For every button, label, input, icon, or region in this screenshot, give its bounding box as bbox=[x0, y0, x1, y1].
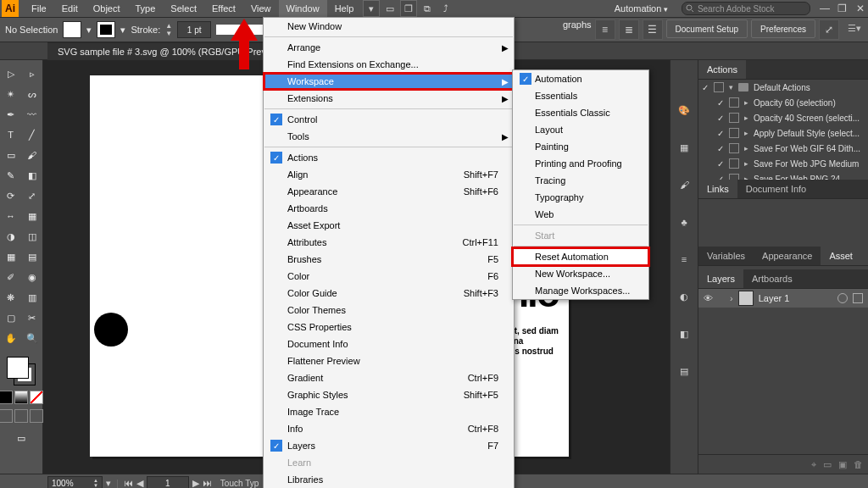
window-menu-item[interactable]: Graphic StylesShift+F5 bbox=[264, 386, 514, 403]
tab-document-info[interactable]: Document Info bbox=[737, 180, 815, 198]
draw-behind-icon[interactable] bbox=[14, 409, 28, 423]
workspace-item[interactable]: Essentials Classic bbox=[513, 104, 648, 121]
isolate-icon[interactable]: ⤢ bbox=[819, 19, 839, 40]
action-row[interactable]: ✓▸Opacity 60 (selection) bbox=[698, 95, 868, 110]
gradient-tool[interactable]: ▤ bbox=[22, 247, 42, 267]
tab-links[interactable]: Links bbox=[698, 180, 737, 198]
workspace-switcher[interactable]: Automation bbox=[608, 3, 675, 14]
new-layer-icon[interactable]: ▣ bbox=[838, 459, 847, 470]
action-row[interactable]: ✓▸Opacity 40 Screen (selecti... bbox=[698, 110, 868, 125]
lasso-tool[interactable]: ᔕ bbox=[22, 84, 42, 104]
window-menu-item[interactable]: ColorF6 bbox=[264, 268, 514, 285]
mesh-tool[interactable]: ▦ bbox=[1, 247, 21, 267]
window-menu-item[interactable]: Actions bbox=[264, 149, 514, 166]
tab-layers[interactable]: Layers bbox=[698, 269, 743, 288]
artboard-nav-prev-icon[interactable]: ◀ bbox=[136, 478, 143, 489]
document-setup-button[interactable]: Document Setup bbox=[666, 19, 748, 38]
window-menu-item[interactable]: Color GuideShift+F3 bbox=[264, 285, 514, 302]
locate-layer-icon[interactable]: ⌖ bbox=[811, 459, 816, 470]
menu-view[interactable]: View bbox=[243, 0, 279, 17]
stroke-panel-icon[interactable]: ≡ bbox=[675, 250, 693, 269]
workspace-item[interactable]: Essentials bbox=[513, 87, 648, 104]
manage-workspaces-item[interactable]: Manage Workspaces... bbox=[513, 282, 648, 299]
align-left-icon[interactable]: ≡ bbox=[595, 19, 615, 40]
fill-stroke-indicator[interactable] bbox=[5, 355, 37, 387]
window-menu-item[interactable]: LayersF7 bbox=[264, 437, 514, 454]
artboard-nav-first-icon[interactable]: ⏮ bbox=[124, 478, 133, 488]
window-menu-item[interactable]: Flattener Preview bbox=[264, 352, 514, 369]
menu-object[interactable]: Object bbox=[86, 0, 128, 17]
window-menu-item[interactable]: Tools▶ bbox=[264, 128, 514, 145]
free-transform-tool[interactable]: ▦ bbox=[22, 206, 42, 226]
window-menu-item[interactable]: Document Info bbox=[264, 336, 514, 352]
hand-tool[interactable]: ✋ bbox=[1, 328, 21, 348]
width-tool[interactable]: ↔ bbox=[1, 206, 21, 226]
gpu-icon[interactable]: ⧉ bbox=[419, 0, 436, 17]
menu-window[interactable]: Window bbox=[279, 0, 327, 17]
selection-tool[interactable]: ▷ bbox=[1, 64, 21, 84]
stroke-weight-input[interactable] bbox=[177, 21, 211, 38]
tab-asset-export[interactable]: Asset Export bbox=[821, 247, 868, 265]
align-center-icon[interactable]: ≣ bbox=[619, 19, 639, 40]
workspace-item[interactable]: Automation bbox=[513, 70, 648, 87]
new-sublayer-icon[interactable]: ▭ bbox=[823, 459, 832, 470]
window-menu-item[interactable]: Control bbox=[264, 111, 514, 128]
menu-help[interactable]: Help bbox=[327, 0, 362, 17]
zoom-field[interactable]: 100% ▲▼ bbox=[47, 476, 103, 488]
arrange-docs-icon[interactable]: ▭ bbox=[381, 0, 398, 17]
new-workspace-item[interactable]: New Workspace... bbox=[513, 265, 648, 282]
window-menu-item[interactable]: AlignShift+F7 bbox=[264, 166, 514, 183]
draw-inside-icon[interactable] bbox=[30, 409, 43, 423]
pen-tool[interactable]: ✒ bbox=[1, 104, 21, 125]
workspace-item[interactable]: Painting bbox=[513, 138, 648, 155]
menu-overflow-icon[interactable]: ▾ bbox=[363, 0, 380, 17]
window-menu-item[interactable]: AppearanceShift+F6 bbox=[264, 183, 514, 200]
window-menu-item[interactable]: New Window bbox=[264, 18, 514, 35]
none-mode-icon[interactable] bbox=[30, 391, 43, 404]
window-menu-item[interactable]: Arrange▶ bbox=[264, 39, 514, 56]
stroke-profile[interactable] bbox=[216, 25, 267, 35]
window-menu-item[interactable]: GradientCtrl+F9 bbox=[264, 369, 514, 386]
artboard-tool[interactable]: ▢ bbox=[1, 308, 21, 328]
rotate-tool[interactable]: ⟳ bbox=[1, 186, 21, 206]
swatches-panel-icon[interactable]: ▦ bbox=[675, 138, 693, 157]
window-menu-item[interactable]: Color Themes bbox=[264, 302, 514, 319]
window-menu-item[interactable]: AttributesCtrl+F11 bbox=[264, 234, 514, 251]
brushes-panel-icon[interactable]: 🖌 bbox=[675, 175, 693, 194]
rectangle-tool[interactable]: ▭ bbox=[1, 145, 21, 165]
workspace-item[interactable]: Layout bbox=[513, 121, 648, 138]
tab-actions[interactable]: Actions bbox=[698, 60, 746, 79]
magic-wand-tool[interactable]: ✴ bbox=[1, 84, 21, 104]
slice-tool[interactable]: ✂ bbox=[22, 308, 42, 328]
curvature-tool[interactable]: 〰 bbox=[22, 104, 42, 125]
menu-type[interactable]: Type bbox=[128, 0, 164, 17]
window-menu-item[interactable]: Workspace▶ bbox=[264, 73, 514, 90]
paintbrush-tool[interactable]: 🖌 bbox=[22, 145, 42, 165]
eraser-tool[interactable]: ◧ bbox=[22, 165, 42, 186]
align-right-icon[interactable]: ☰ bbox=[643, 19, 663, 40]
action-row[interactable]: ✓▸Save For Web PNG 24 bbox=[698, 171, 868, 180]
symbol-sprayer-tool[interactable]: ❋ bbox=[1, 287, 21, 308]
rocket-icon[interactable]: ⤴ bbox=[437, 0, 454, 17]
color-panel-icon[interactable]: 🎨 bbox=[675, 101, 693, 119]
window-menu-item[interactable]: CSS Properties bbox=[264, 319, 514, 336]
reset-workspace-item[interactable]: Reset Automation bbox=[513, 248, 648, 265]
window-menu-item[interactable]: InfoCtrl+F8 bbox=[264, 420, 514, 437]
window-menu-item[interactable]: Artboards bbox=[264, 200, 514, 217]
window-menu-item[interactable]: Find Extensions on Exchange... bbox=[264, 56, 514, 73]
draw-normal-icon[interactable] bbox=[0, 409, 13, 423]
window-menu-item[interactable]: Image Trace bbox=[264, 403, 514, 420]
gear-icon[interactable]: ☰▾ bbox=[846, 19, 863, 36]
tab-appearance[interactable]: Appearance bbox=[754, 247, 821, 265]
artboard-index[interactable]: 1 bbox=[147, 476, 189, 488]
scale-tool[interactable]: ⤢ bbox=[22, 186, 42, 206]
minimize-button[interactable]: — bbox=[817, 3, 832, 14]
layer-row[interactable]: 👁 › Layer 1 bbox=[698, 289, 868, 308]
action-row[interactable]: ✓▸Save For Web GIF 64 Dith... bbox=[698, 141, 868, 156]
screen-mode-icon[interactable]: ▭ bbox=[11, 428, 31, 448]
tab-artboards[interactable]: Artboards bbox=[743, 269, 801, 288]
menu-select[interactable]: Select bbox=[163, 0, 204, 17]
gradient-panel-icon[interactable]: ◐ bbox=[675, 287, 693, 306]
search-field[interactable]: Search Adobe Stock bbox=[682, 2, 810, 15]
workspace-item[interactable]: Web bbox=[513, 206, 648, 223]
